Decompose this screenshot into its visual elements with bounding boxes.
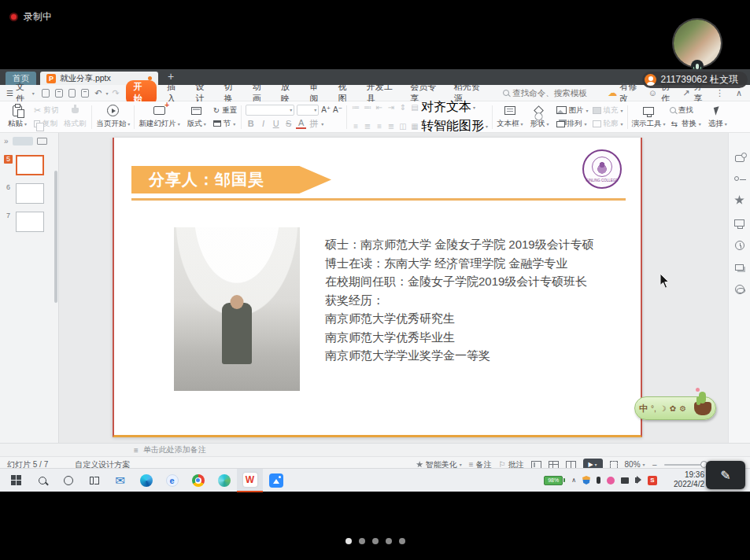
underline-button[interactable]: U <box>271 119 281 128</box>
slideshow-icon[interactable] <box>734 219 744 227</box>
material-library-icon[interactable] <box>735 264 744 271</box>
wps-office-button[interactable]: W <box>237 469 263 492</box>
new-slide-button[interactable]: 新建幻灯片▾ <box>139 105 180 129</box>
picture-button[interactable]: 图片▾ <box>556 105 589 116</box>
format-painter-button[interactable]: 格式刷 <box>62 105 87 129</box>
ime-punctuation-icon[interactable]: °, <box>651 404 656 413</box>
carousel-dot[interactable] <box>359 538 365 544</box>
participant-avatar[interactable] <box>674 20 721 67</box>
rehearse-timer-icon[interactable] <box>735 241 744 250</box>
normal-view-icon[interactable] <box>531 461 541 469</box>
fit-slide-icon[interactable] <box>610 461 618 469</box>
columns-icon[interactable]: ◫ <box>398 122 408 131</box>
camera-tray-icon[interactable] <box>621 477 629 484</box>
preview-icon[interactable] <box>81 89 89 98</box>
search-input[interactable] <box>512 88 605 98</box>
edge-button[interactable] <box>133 469 159 492</box>
command-search[interactable] <box>503 88 605 98</box>
panel-scrollbar[interactable] <box>54 171 57 303</box>
more-options-icon[interactable]: ⋮ <box>715 88 724 98</box>
presenter-photo[interactable] <box>174 227 300 391</box>
start-button[interactable] <box>3 469 29 492</box>
save-icon[interactable] <box>42 89 50 98</box>
align-right-icon[interactable]: ≡ <box>375 122 384 131</box>
redo-icon[interactable]: ↷ <box>113 88 120 98</box>
bullet-list-icon[interactable]: ≔ <box>351 103 360 112</box>
protect-icon[interactable] <box>734 176 739 181</box>
carousel-dot[interactable] <box>372 538 379 544</box>
select-button[interactable]: 选择▾ <box>705 105 730 129</box>
decrease-font-icon[interactable]: A⁻ <box>333 105 342 114</box>
resources-icon[interactable] <box>735 285 744 294</box>
ime-toolbar[interactable]: 中 °, ☽ ✿ ⚙ <box>634 396 716 420</box>
print-icon[interactable] <box>68 89 76 98</box>
undo-icon[interactable]: ↶ <box>94 88 102 98</box>
chrome-button[interactable] <box>185 469 211 492</box>
ime-halfwidth-icon[interactable]: ☽ <box>659 404 667 413</box>
sogou-ime-tray-icon[interactable]: S <box>648 476 657 485</box>
properties-icon[interactable] <box>735 155 744 162</box>
line-spacing-icon[interactable]: ⇕ <box>398 103 408 112</box>
carousel-dot[interactable] <box>386 538 392 544</box>
to-smartart-button[interactable]: ▦转智能图形▾ <box>410 118 488 134</box>
carousel-dot[interactable] <box>399 538 405 544</box>
expand-panel-icon[interactable]: » <box>4 137 9 146</box>
align-center-icon[interactable]: ≣ <box>363 122 372 131</box>
cortana-button[interactable] <box>55 469 81 492</box>
copy-button[interactable]: 复制 <box>34 119 58 129</box>
reading-view-icon[interactable] <box>566 461 576 469</box>
undo-chevron-icon[interactable]: ▾ <box>106 90 109 96</box>
presenter-bio[interactable]: 硕士：南京师范大学 金陵女子学院 2019级会计专硕 博士在读：东南大学 经济管… <box>325 235 594 365</box>
notes-bar[interactable]: ≡ 单击此处添加备注 <box>0 443 750 456</box>
panel-view-toggle[interactable] <box>13 137 33 146</box>
find-button[interactable]: 查找 <box>670 105 701 116</box>
layout-button[interactable]: 版式▾ <box>184 105 209 129</box>
font-size-select[interactable]: ▾ <box>297 105 319 116</box>
replace-button[interactable]: ⇆替换▾ <box>670 119 701 129</box>
paste-button[interactable]: 粘贴▾ <box>5 105 30 129</box>
reset-button[interactable]: ↻重置 <box>213 105 237 116</box>
outline-button[interactable]: 轮廓▾ <box>593 119 623 129</box>
slide-5[interactable]: 分享人：邹国昊 GINLING COLLEGE 硕士：南京师范大学 金陵女子学院… <box>113 138 642 437</box>
ime-mode-indicator[interactable]: 中 <box>639 403 648 414</box>
textbox-button[interactable]: 文本框▾ <box>497 105 523 129</box>
slide-view-icon[interactable] <box>37 138 47 145</box>
export-icon[interactable] <box>55 89 63 98</box>
microphone-tray-icon[interactable] <box>597 477 600 484</box>
play-from-current-button[interactable]: 当页开始▾ <box>96 105 130 129</box>
mail-button[interactable]: ✉ <box>107 469 133 492</box>
bold-button[interactable]: B <box>246 119 256 128</box>
cut-button[interactable]: ✂剪切 <box>34 105 58 116</box>
slide-sorter-view-icon[interactable] <box>549 461 559 469</box>
volume-tray-icon[interactable] <box>635 477 638 483</box>
numbered-list-icon[interactable]: ≕ <box>363 103 372 112</box>
increase-font-icon[interactable]: A⁺ <box>321 105 331 114</box>
shapes-button[interactable]: 形状▾ <box>527 105 552 129</box>
fill-button[interactable]: 填充▾ <box>593 105 623 116</box>
security-tray-icon[interactable] <box>582 476 590 484</box>
slide-title-banner[interactable]: 分享人：邹国昊 <box>131 166 331 193</box>
beautify-icon[interactable] <box>734 195 744 205</box>
align-text-button[interactable]: ▤对齐文本▾ <box>410 99 475 116</box>
present-tools-button[interactable]: 演示工具▾ <box>632 105 666 129</box>
tray-expand-icon[interactable]: ∧ <box>571 477 576 484</box>
ime-emoji-icon[interactable]: ✿ <box>670 404 676 413</box>
battery-indicator[interactable]: 98% <box>544 476 565 485</box>
slide-thumbnail-6[interactable]: 6 <box>4 183 58 204</box>
carousel-dot[interactable] <box>345 538 352 544</box>
zoom-slider[interactable] <box>664 464 710 466</box>
taskbar-clock[interactable]: 19:36 2022/4/2 <box>674 470 704 489</box>
ime-settings-icon[interactable]: ⚙ <box>679 404 686 413</box>
font-name-select[interactable]: ▾ <box>246 105 294 116</box>
decrease-indent-icon[interactable]: ⇤ <box>375 103 384 112</box>
meeting-app-button[interactable] <box>263 469 289 492</box>
strikethrough-button[interactable]: S <box>283 119 294 128</box>
task-view-button[interactable] <box>81 469 107 492</box>
app-tray-icon[interactable] <box>607 477 615 484</box>
slide-thumbnail-7[interactable]: 7 <box>4 212 58 232</box>
browser-button[interactable]: e <box>159 469 185 492</box>
arrange-button[interactable]: 排列▾ <box>556 119 589 129</box>
pinyin-guide-button[interactable]: 拼 <box>308 118 319 130</box>
justify-icon[interactable]: ≣ <box>386 122 396 131</box>
font-color-button[interactable]: A <box>296 119 306 129</box>
